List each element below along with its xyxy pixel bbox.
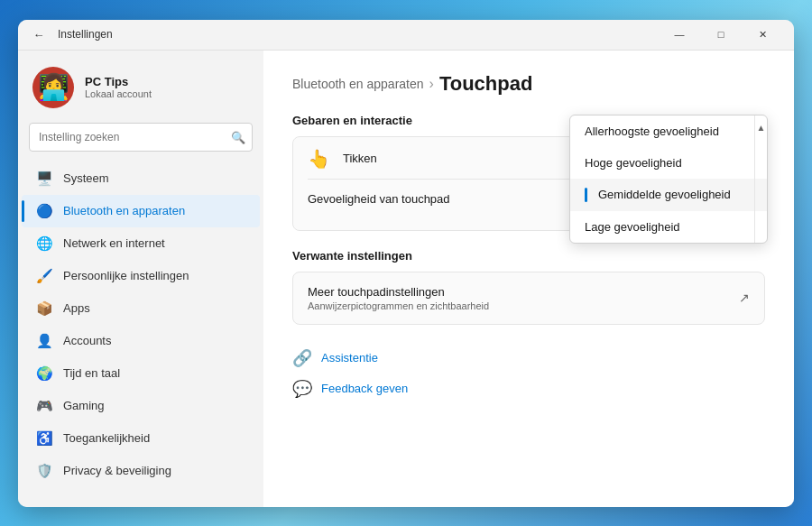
sidebar-item-label: Apps (63, 301, 90, 315)
window-controls: — □ ✕ (659, 20, 783, 51)
accounts-icon: 👤 (36, 333, 52, 349)
sidebar-item-persoonlijk[interactable]: 🖌️ Persoonlijke instellingen (22, 260, 260, 292)
sidebar-item-label: Persoonlijke instellingen (63, 269, 189, 282)
toegankelijkheid-icon: ♿ (36, 430, 52, 447)
sensitivity-label: Gevoeligheid van touchpad (308, 192, 529, 206)
feedback-link[interactable]: 💬 Feedback geven (292, 374, 765, 404)
sidebar-item-label: Bluetooth en apparaten (63, 204, 185, 217)
window-title: Instellingen (58, 28, 113, 41)
close-button[interactable]: ✕ (742, 20, 783, 51)
settings-window: ← Instellingen — □ ✕ 👩‍💻 PC Tips Lokaal … (18, 20, 794, 507)
sidebar-item-netwerk[interactable]: 🌐 Netwerk en internet (22, 227, 260, 260)
sidebar-item-label: Gaming (63, 399, 105, 412)
sidebar-item-privacy[interactable]: 🛡️ Privacy & beveiliging (22, 455, 260, 487)
sidebar-item-label: Systeem (63, 171, 109, 185)
user-section: 👩‍💻 PC Tips Lokaal account (18, 60, 263, 123)
user-info: PC Tips Lokaal account (85, 75, 249, 99)
main-content: Bluetooth en apparaten › Touchpad Gebare… (263, 51, 794, 507)
related-section: Verwante instellingen Meer touchpadinste… (292, 249, 765, 325)
sidebar-item-bluetooth[interactable]: 🔵 Bluetooth en apparaten (22, 195, 260, 227)
sidebar-item-toegankelijkheid[interactable]: ♿ Toegankelijkheid (22, 422, 260, 455)
sidebar-item-label: Netwerk en internet (63, 236, 165, 250)
related-title: Meer touchpadinstellingen (308, 285, 739, 299)
breadcrumb-parent: Bluetooth en apparaten (292, 77, 424, 91)
bluetooth-icon: 🔵 (36, 203, 52, 219)
apps-icon: 📦 (36, 300, 52, 317)
links-section: 🔗 Assistentie 💬 Feedback geven (292, 343, 765, 404)
breadcrumb-current: Touchpad (439, 72, 532, 96)
assistentie-label: Assistentie (321, 351, 378, 365)
sidebar-item-label: Privacy & beveiliging (63, 464, 171, 477)
sidebar-item-apps[interactable]: 📦 Apps (22, 292, 260, 325)
search-input[interactable] (29, 123, 253, 152)
sidebar-item-label: Toegankelijkheid (63, 431, 150, 445)
sidebar: 👩‍💻 PC Tips Lokaal account 🔍 🖥️ Systeem … (18, 51, 263, 507)
dropdown-scrollbar[interactable]: ▲ (754, 115, 767, 243)
dropdown-item-allerhoogste[interactable]: Allerhoogste gevoeligheid (570, 115, 767, 147)
sidebar-item-tijd[interactable]: 🌍 Tijd en taal (22, 357, 260, 390)
breadcrumb: Bluetooth en apparaten › Touchpad (292, 72, 765, 96)
avatar: 👩‍💻 (32, 67, 74, 108)
privacy-icon: 🛡️ (36, 463, 52, 479)
minimize-button[interactable]: — (659, 20, 700, 51)
user-name: PC Tips (85, 75, 249, 88)
maximize-button[interactable]: □ (700, 20, 742, 51)
assistentie-link[interactable]: 🔗 Assistentie (292, 343, 765, 374)
sidebar-item-gaming[interactable]: 🎮 Gaming (22, 390, 260, 422)
systeem-icon: 🖥️ (36, 171, 52, 187)
dropdown-item-hoge[interactable]: Hoge gevoeligheid (570, 147, 767, 179)
persoonlijk-icon: 🖌️ (36, 268, 52, 284)
sensitivity-dropdown[interactable]: Allerhoogste gevoeligheid Hoge gevoeligh… (569, 115, 768, 244)
content-area: 👩‍💻 PC Tips Lokaal account 🔍 🖥️ Systeem … (18, 51, 794, 507)
sidebar-item-label: Accounts (63, 334, 111, 347)
arrow-container: Allerhoogste gevoeligheid Hoge gevoeligh… (529, 187, 750, 212)
tikken-card: 👆 Tikken Gevoeligheid van touchpad (292, 136, 765, 231)
assistentie-icon: 🔗 (292, 348, 312, 368)
back-button[interactable]: ← (29, 24, 49, 44)
sensitivity-row: Gevoeligheid van touchpad Allerhoogste g… (308, 179, 750, 219)
search-icon: 🔍 (231, 130, 245, 143)
search-box: 🔍 (29, 123, 253, 152)
tikken-icon: 👆 (308, 148, 330, 170)
external-link-icon: ↗ (739, 291, 750, 305)
sidebar-item-systeem[interactable]: 🖥️ Systeem (22, 162, 260, 195)
sidebar-item-label: Tijd en taal (63, 366, 120, 380)
dropdown-item-lage[interactable]: Lage gevoeligheid (570, 211, 767, 243)
gaming-icon: 🎮 (36, 398, 52, 414)
sidebar-item-accounts[interactable]: 👤 Accounts (22, 325, 260, 357)
title-bar: ← Instellingen — □ ✕ (18, 20, 794, 51)
dropdown-item-gemiddelde[interactable]: Gemiddelde gevoeligheid (570, 179, 767, 211)
tijd-icon: 🌍 (36, 365, 52, 382)
related-section-label: Verwante instellingen (292, 249, 765, 263)
related-subtitle: Aanwijzerpictogrammen en zichtbaarheid (308, 300, 739, 311)
feedback-icon: 💬 (292, 379, 312, 399)
related-info: Meer touchpadinstellingen Aanwijzerpicto… (308, 285, 739, 311)
avatar-icon: 👩‍💻 (38, 72, 69, 102)
breadcrumb-separator: › (429, 76, 434, 92)
meer-touchpad-card[interactable]: Meer touchpadinstellingen Aanwijzerpicto… (292, 272, 765, 325)
user-account-type: Lokaal account (85, 88, 249, 99)
netwerk-icon: 🌐 (36, 235, 52, 252)
feedback-label: Feedback geven (321, 382, 408, 395)
